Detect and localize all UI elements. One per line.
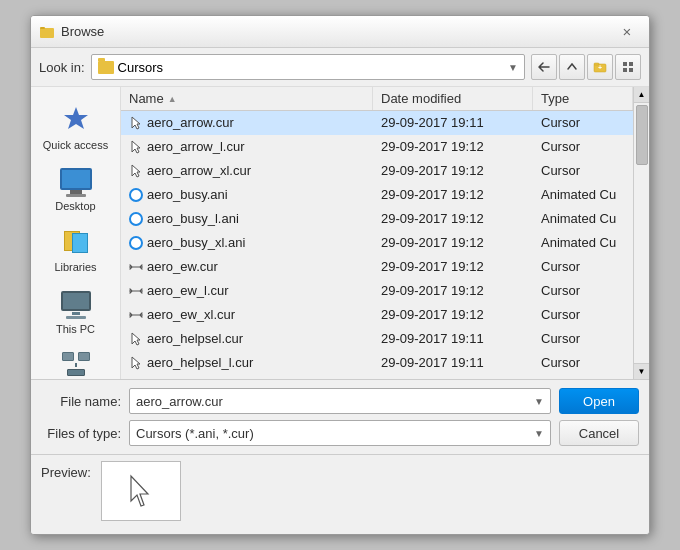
combo-chevron: ▼ [508, 62, 518, 73]
file-type-icon [129, 188, 143, 202]
svg-rect-2 [40, 27, 45, 29]
animated-cursor-icon [129, 188, 143, 202]
look-in-label: Look in: [39, 60, 85, 75]
file-type-icon [129, 284, 143, 298]
file-name-cell: aero_arrow.cur [121, 113, 373, 132]
sidebar-item-desktop[interactable]: Desktop [36, 162, 116, 219]
filetype-combo[interactable]: Cursors (*.ani, *.cur) ▼ [129, 420, 551, 446]
sidebar-item-network[interactable]: Network [36, 346, 116, 379]
filename-combo-arrow: ▼ [534, 396, 544, 407]
file-name-cell: aero_ew_xl.cur [121, 305, 373, 324]
filename-row: File name: aero_arrow.cur ▼ Open [41, 388, 639, 414]
header-name[interactable]: Name ▲ [121, 87, 373, 110]
file-type-cell: Cursor [533, 305, 633, 324]
scroll-track [634, 103, 649, 363]
file-name: aero_helpsel.cur [147, 331, 243, 346]
svg-marker-11 [132, 117, 140, 129]
open-button[interactable]: Open [559, 388, 639, 414]
svg-rect-9 [629, 68, 633, 72]
file-name-cell: aero_helpsel_l.cur [121, 353, 373, 372]
file-type-icon [129, 140, 143, 154]
file-date-cell: 29-09-2017 19:12 [373, 137, 533, 156]
file-type-icon [129, 164, 143, 178]
filename-combo[interactable]: aero_arrow.cur ▼ [129, 388, 551, 414]
toolbar: Look in: Cursors ▼ + [31, 48, 649, 87]
file-type-icon [129, 236, 143, 250]
main-area: Quick access Desktop Libraries [31, 87, 649, 379]
look-in-combo[interactable]: Cursors ▼ [91, 54, 525, 80]
file-list-area: Name ▲ Date modified Type aero_arrow.cur… [121, 87, 633, 379]
preview-area: Preview: [31, 454, 649, 534]
title-bar: Browse × [31, 16, 649, 48]
star-icon [60, 103, 92, 135]
look-in-combo-left: Cursors [98, 60, 164, 75]
table-row[interactable]: aero_ew_xl.cur 29-09-2017 19:12 Cursor [121, 303, 633, 327]
scroll-down-button[interactable]: ▼ [634, 363, 649, 379]
table-row[interactable]: aero_ew.cur 29-09-2017 19:12 Cursor [121, 255, 633, 279]
views-button[interactable] [615, 54, 641, 80]
look-in-value: Cursors [118, 60, 164, 75]
file-date-cell: 29-09-2017 19:11 [373, 329, 533, 348]
file-name: aero_busy.ani [147, 187, 228, 202]
table-row[interactable]: aero_arrow_l.cur 29-09-2017 19:12 Cursor [121, 135, 633, 159]
svg-marker-10 [64, 107, 88, 129]
sidebar-item-quick-access[interactable]: Quick access [36, 97, 116, 158]
header-date[interactable]: Date modified [373, 87, 533, 110]
cancel-button[interactable]: Cancel [559, 420, 639, 446]
file-type-cell: Animated Cu [533, 185, 633, 204]
table-row[interactable]: aero_helpsel.cur 29-09-2017 19:11 Cursor [121, 327, 633, 351]
file-date-cell: 29-09-2017 19:12 [373, 185, 533, 204]
file-type-cell: Cursor [533, 113, 633, 132]
sidebar-item-desktop-label: Desktop [55, 200, 95, 213]
this-pc-icon [61, 291, 91, 319]
filetype-combo-arrow: ▼ [534, 428, 544, 439]
ew-cursor-icon [129, 286, 143, 296]
animated-cursor-icon [129, 236, 143, 250]
file-type-icon [129, 212, 143, 226]
file-date-cell: 29-09-2017 19:12 [373, 281, 533, 300]
sidebar-item-this-pc[interactable]: This PC [36, 285, 116, 342]
cursor-icon [130, 164, 142, 178]
close-button[interactable]: × [613, 21, 641, 43]
file-name: aero_helpsel_l.cur [147, 355, 253, 370]
new-folder-button[interactable]: + [587, 54, 613, 80]
file-type-icon [129, 356, 143, 370]
file-name-cell: aero_busy_l.ani [121, 209, 373, 228]
cursor-icon [130, 116, 142, 130]
sidebar-item-libraries[interactable]: Libraries [36, 223, 116, 280]
file-name-cell: aero_helpsel.cur [121, 329, 373, 348]
table-row[interactable]: aero_ew_l.cur 29-09-2017 19:12 Cursor [121, 279, 633, 303]
table-row[interactable]: aero_busy_xl.ani 29-09-2017 19:12 Animat… [121, 231, 633, 255]
file-name: aero_arrow_l.cur [147, 139, 245, 154]
bottom-controls: File name: aero_arrow.cur ▼ Open Files o… [31, 379, 649, 454]
table-row[interactable]: aero_arrow_xl.cur 29-09-2017 19:12 Curso… [121, 159, 633, 183]
table-row[interactable]: aero_busy_l.ani 29-09-2017 19:12 Animate… [121, 207, 633, 231]
dialog-icon [39, 24, 55, 40]
file-list-header: Name ▲ Date modified Type [121, 87, 633, 111]
svg-rect-8 [623, 68, 627, 72]
back-button[interactable] [531, 54, 557, 80]
file-name-cell: aero_ew_l.cur [121, 281, 373, 300]
header-type[interactable]: Type [533, 87, 633, 110]
file-name-cell: aero_arrow_l.cur [121, 137, 373, 156]
table-row[interactable]: aero_helpsel_l.cur 29-09-2017 19:11 Curs… [121, 351, 633, 375]
cursor-icon [130, 332, 142, 346]
scroll-thumb[interactable] [636, 105, 648, 165]
filename-label: File name: [41, 394, 121, 409]
folder-icon [98, 61, 114, 74]
browse-dialog: Browse × Look in: Cursors ▼ + [30, 15, 650, 535]
preview-cursor-svg [126, 471, 156, 511]
ew-cursor-icon [129, 262, 143, 272]
table-row[interactable]: aero_arrow.cur 29-09-2017 19:11 Cursor [121, 111, 633, 135]
vertical-scrollbar[interactable]: ▲ ▼ [633, 87, 649, 379]
dialog-title: Browse [61, 24, 613, 39]
file-name-cell: aero_ew.cur [121, 257, 373, 276]
up-button[interactable] [559, 54, 585, 80]
scroll-up-button[interactable]: ▲ [634, 87, 649, 103]
file-name: aero_arrow.cur [147, 115, 234, 130]
sidebar-item-libraries-label: Libraries [54, 261, 96, 274]
file-name: aero_ew_xl.cur [147, 307, 235, 322]
table-row[interactable]: aero_busy.ani 29-09-2017 19:12 Animated … [121, 183, 633, 207]
file-type-icon [129, 116, 143, 130]
file-list-scroll[interactable]: aero_arrow.cur 29-09-2017 19:11 Cursor a… [121, 111, 633, 379]
